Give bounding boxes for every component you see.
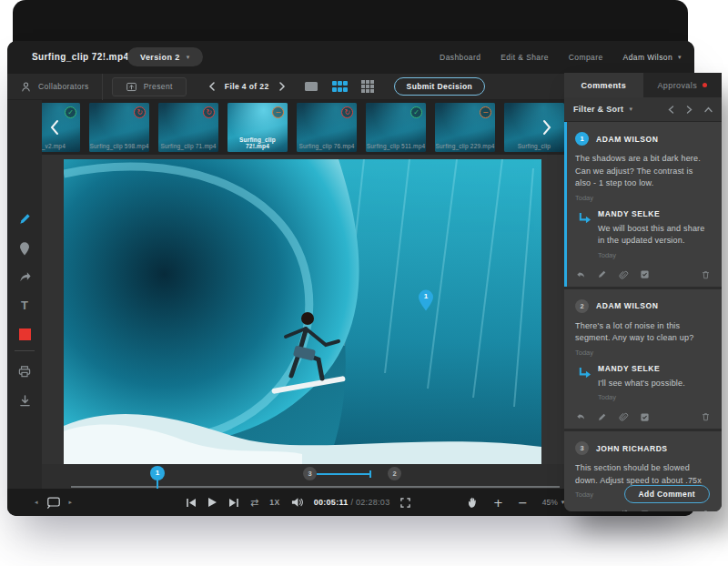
present-icon xyxy=(126,81,137,93)
thumbnail-filename: Surfing_clip 511.mp4 xyxy=(366,143,426,149)
delete-button[interactable] xyxy=(701,509,711,511)
file-counter: File 4 of 22 xyxy=(225,82,269,91)
edit-button[interactable] xyxy=(597,510,607,512)
add-comment-button[interactable]: Add Comment xyxy=(624,485,710,503)
cycle-right-icon[interactable]: ▸ xyxy=(69,499,73,506)
user-name: Adam Wilson xyxy=(623,53,672,62)
delete-button[interactable] xyxy=(701,411,711,422)
user-menu[interactable]: Adam Wilson ▾ xyxy=(623,53,682,62)
location-pin-icon xyxy=(19,242,30,256)
filter-sort-dropdown[interactable]: Filter & Sort ▾ xyxy=(573,105,632,114)
text-tool-icon: T xyxy=(21,298,28,312)
filmstrip-thumbnail[interactable]: ↻Surfing_clip 76.mp4 xyxy=(297,103,357,152)
collaborators-button[interactable]: Collaborators xyxy=(7,74,103,100)
color-swatch-button[interactable] xyxy=(7,323,42,345)
comment-card[interactable]: 2ADAM WILSONThere's a lot of noise in th… xyxy=(564,289,722,430)
single-view-icon[interactable] xyxy=(302,79,320,94)
reply-text: I'll see what's possible. xyxy=(598,378,685,390)
zoom-in-button[interactable]: + xyxy=(493,496,503,510)
attach-button[interactable] xyxy=(618,269,629,280)
edit-button[interactable] xyxy=(597,412,607,422)
zoom-out-button[interactable]: − xyxy=(518,496,528,510)
resolve-checkbox[interactable] xyxy=(640,412,650,422)
fullscreen-button[interactable] xyxy=(400,498,410,508)
prev-frame-button[interactable] xyxy=(186,498,197,508)
print-button[interactable] xyxy=(7,360,42,382)
nav-compare[interactable]: Compare xyxy=(569,53,603,62)
filmstrip-view-icon[interactable] xyxy=(330,79,349,94)
text-tool-button[interactable]: T xyxy=(7,294,42,316)
arrow-tool-button[interactable] xyxy=(7,265,42,287)
next-file-button[interactable] xyxy=(277,80,288,93)
zoom-level-dropdown[interactable]: 45% ▾ xyxy=(542,498,565,507)
color-swatch-icon xyxy=(19,328,31,340)
thumbnail-filename: Surfing_clip 72!.mp4 xyxy=(228,136,288,149)
comment-card[interactable]: 1ADAM WILSONThe shadows are a bit dark h… xyxy=(564,122,722,287)
cycle-left-icon[interactable]: ◂ xyxy=(35,499,38,506)
prev-file-button[interactable] xyxy=(207,80,217,93)
loop-icon[interactable]: ⇄ xyxy=(250,497,258,509)
filmstrip-prev-button[interactable] xyxy=(49,116,67,138)
reply-button[interactable] xyxy=(575,509,586,511)
timeline-marker-2[interactable]: 2 xyxy=(388,467,401,480)
reply-button[interactable] xyxy=(575,269,586,280)
next-frame-button[interactable] xyxy=(228,498,239,508)
timeline[interactable]: 1 3 2 xyxy=(42,464,564,489)
attach-button[interactable] xyxy=(618,509,629,511)
seek-track[interactable] xyxy=(71,486,560,488)
chevron-down-icon: ▾ xyxy=(187,54,190,61)
comment-pin-marker[interactable]: 1 xyxy=(418,289,434,311)
nav-edit-share[interactable]: Edit & Share xyxy=(500,53,549,62)
timeline-marker-3[interactable]: 3 xyxy=(303,467,317,480)
comment-range-line xyxy=(317,473,371,475)
filmstrip-next-button[interactable] xyxy=(542,116,561,138)
draw-tool-button[interactable] xyxy=(7,207,42,229)
play-button[interactable] xyxy=(207,497,217,508)
playback-speed-button[interactable]: 1X xyxy=(269,498,279,507)
thumbnail-filename: Surfing_clip xyxy=(504,143,564,149)
collapse-button[interactable] xyxy=(704,106,713,113)
grid-view-icon[interactable] xyxy=(359,78,376,95)
download-button[interactable] xyxy=(7,389,42,411)
comment-text: This section should be slowed down. Adju… xyxy=(575,462,711,487)
person-icon xyxy=(20,81,32,93)
pin-tool-button[interactable] xyxy=(7,238,42,259)
reply-author: MANDY SELKE xyxy=(598,364,685,373)
present-label: Present xyxy=(144,82,173,91)
volume-icon[interactable] xyxy=(291,497,303,508)
file-navigator: File 4 of 22 xyxy=(207,80,288,93)
submit-decision-button[interactable]: Submit Decision xyxy=(394,77,486,96)
thumbnail-filename: _1_v2.mp4 xyxy=(42,143,80,149)
changes-status-icon: ↻ xyxy=(203,106,215,118)
tab-comments[interactable]: Comments xyxy=(564,73,643,97)
view-toggles xyxy=(302,78,376,95)
download-icon xyxy=(19,395,31,407)
nav-dashboard[interactable]: Dashboard xyxy=(440,53,480,62)
prev-comment-button[interactable] xyxy=(668,106,674,114)
resolve-checkbox[interactable] xyxy=(640,269,650,279)
filmstrip-thumbnail[interactable]: −Surfing_clip 229.mp4 xyxy=(435,103,495,152)
edit-button[interactable] xyxy=(597,269,607,279)
display-mode-button[interactable] xyxy=(46,496,61,509)
attach-button[interactable] xyxy=(618,411,629,422)
filmstrip-thumbnail[interactable]: ✓Surfing_clip 511.mp4 xyxy=(366,103,426,152)
reply-button[interactable] xyxy=(575,411,586,422)
tab-approvals[interactable]: Approvals xyxy=(643,73,723,97)
viewer-area: 1 xyxy=(42,155,564,464)
filmstrip-thumbnail[interactable]: ↻Surfing_clip 71.mp4 xyxy=(158,103,218,152)
timeline-marker-1[interactable]: 1 xyxy=(150,466,165,480)
present-button[interactable]: Present xyxy=(112,77,187,96)
version-selector[interactable]: Version 2 ▾ xyxy=(127,47,203,66)
next-comment-button[interactable] xyxy=(686,106,693,114)
video-frame[interactable]: 1 xyxy=(64,159,541,464)
resolve-checkbox[interactable] xyxy=(640,510,650,512)
reply-text: We will boost this and share in the upda… xyxy=(598,223,711,248)
reply-timestamp: Today xyxy=(598,393,685,401)
comment-text: There's a lot of noise in this segment. … xyxy=(575,320,711,345)
filmstrip-thumbnail[interactable]: −Surfing_clip 72!.mp4 xyxy=(228,103,288,152)
pencil-icon xyxy=(18,212,32,226)
pan-hand-button[interactable] xyxy=(467,496,479,509)
delete-button[interactable] xyxy=(701,269,711,280)
filmstrip-thumbnail[interactable]: ↻Surfing_clip 598.mp4 xyxy=(89,103,149,152)
reply-arrow-icon xyxy=(577,209,593,259)
